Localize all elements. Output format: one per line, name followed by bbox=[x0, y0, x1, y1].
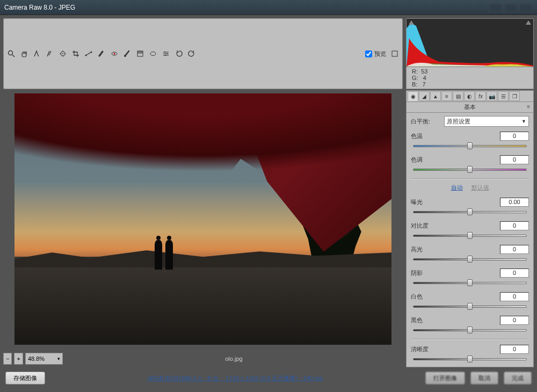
shadows-value[interactable]: 0 bbox=[500, 268, 529, 278]
svg-line-1 bbox=[12, 55, 14, 57]
contrast-label: 对比度 bbox=[411, 222, 441, 230]
svg-rect-15 bbox=[392, 51, 397, 56]
highlights-value[interactable]: 0 bbox=[500, 245, 529, 254]
highlight-clip-icon[interactable] bbox=[526, 20, 531, 25]
contrast-slider[interactable] bbox=[413, 233, 527, 238]
svg-point-8 bbox=[124, 55, 126, 57]
whites-label: 白色 bbox=[411, 293, 441, 301]
target-adjust-icon[interactable] bbox=[59, 49, 67, 58]
shadows-slider[interactable] bbox=[413, 280, 527, 285]
white-balance-icon[interactable] bbox=[33, 49, 41, 58]
tint-label: 色调 bbox=[411, 156, 441, 164]
svg-point-3 bbox=[62, 53, 63, 54]
prefs-icon[interactable] bbox=[162, 49, 170, 58]
histogram bbox=[406, 18, 534, 67]
rotate-cw-icon[interactable] bbox=[187, 49, 196, 58]
window-title: Camera Raw 8.0 - JPEG bbox=[4, 4, 75, 11]
open-button[interactable]: 打开图像 bbox=[425, 372, 465, 384]
exposure-label: 曝光 bbox=[411, 198, 441, 206]
tab-curve[interactable]: ◢ bbox=[419, 91, 430, 101]
straighten-icon[interactable] bbox=[84, 49, 93, 58]
titlebar: Camera Raw 8.0 - JPEG bbox=[0, 0, 537, 15]
tab-split[interactable]: ▤ bbox=[453, 91, 463, 101]
tab-snapshots[interactable]: ❐ bbox=[509, 91, 520, 101]
tab-fx[interactable]: fx bbox=[475, 91, 486, 101]
auto-link[interactable]: 自动 bbox=[451, 184, 463, 192]
chevron-down-icon: ▼ bbox=[521, 119, 526, 124]
blacks-slider[interactable] bbox=[413, 327, 527, 332]
wb-select[interactable]: 原照设置 ▼ bbox=[444, 116, 529, 127]
grad-filter-icon[interactable] bbox=[136, 49, 144, 58]
exposure-slider[interactable] bbox=[413, 209, 527, 214]
crop-icon[interactable] bbox=[71, 49, 80, 58]
image-preview[interactable] bbox=[3, 90, 403, 348]
preview-label: 预览 bbox=[374, 50, 386, 58]
svg-point-4 bbox=[85, 55, 87, 56]
tab-detail[interactable]: ▲ bbox=[430, 91, 441, 101]
hand-icon[interactable] bbox=[20, 49, 28, 58]
rgb-readout: R: 53 G: 4 B: 7 bbox=[406, 67, 534, 89]
preview-checkbox[interactable] bbox=[365, 50, 372, 57]
zoom-in-button[interactable]: + bbox=[14, 353, 23, 365]
zoom-out-button[interactable]: − bbox=[3, 353, 12, 365]
svg-point-12 bbox=[164, 52, 165, 53]
clarity-value[interactable]: 0 bbox=[500, 345, 529, 354]
svg-rect-10 bbox=[137, 51, 143, 54]
temp-value[interactable]: 0 bbox=[500, 132, 529, 141]
clarity-label: 清晰度 bbox=[411, 345, 441, 353]
red-eye-icon[interactable] bbox=[110, 49, 119, 58]
wb-label: 白平衡: bbox=[411, 118, 441, 126]
clarity-slider[interactable] bbox=[413, 356, 527, 361]
temp-label: 色温 bbox=[411, 132, 441, 140]
workflow-link[interactable]: sRGB IEC61966-2.1；8 位； 1716 x 1152 (2.0 … bbox=[45, 374, 425, 382]
highlights-label: 高光 bbox=[411, 245, 441, 253]
spot-removal-icon[interactable] bbox=[97, 49, 106, 58]
color-sampler-icon[interactable] bbox=[46, 49, 54, 58]
svg-point-13 bbox=[166, 53, 168, 54]
tab-presets[interactable]: ☰ bbox=[498, 91, 509, 101]
tint-slider[interactable] bbox=[413, 166, 527, 172]
panel-basic: 白平衡: 原照设置 ▼ 色温 0 色调 0 bbox=[406, 113, 534, 367]
tab-camera[interactable]: 📷 bbox=[487, 91, 497, 101]
contrast-value[interactable]: 0 bbox=[500, 221, 529, 230]
temp-slider[interactable] bbox=[413, 143, 527, 148]
preview-toggle[interactable]: 预览 bbox=[365, 50, 386, 58]
blacks-value[interactable]: 0 bbox=[500, 316, 529, 325]
zoom-value: 48.8% bbox=[28, 355, 45, 362]
panel-menu-icon[interactable]: ≡ bbox=[527, 104, 530, 110]
default-link[interactable]: 默认值 bbox=[471, 184, 489, 192]
blacks-label: 黑色 bbox=[411, 316, 441, 324]
svg-point-0 bbox=[9, 51, 13, 55]
panel-tabs: ◉ ◢ ▲ ≡ ▤ ◐ fx 📷 ☰ ❐ bbox=[406, 90, 534, 102]
filename-label: olo.jpg bbox=[65, 355, 403, 362]
shadows-label: 阴影 bbox=[411, 269, 441, 277]
toolbar: 预览 bbox=[3, 18, 403, 89]
zoom-select[interactable]: 48.8% ▾ bbox=[25, 353, 63, 365]
done-button[interactable]: 完成 bbox=[504, 372, 532, 384]
window-controls[interactable] bbox=[489, 3, 533, 12]
tab-lens[interactable]: ◐ bbox=[464, 91, 475, 101]
save-image-button[interactable]: 存储图像 bbox=[5, 372, 45, 384]
svg-point-7 bbox=[114, 53, 115, 55]
tab-basic[interactable]: ◉ bbox=[408, 91, 418, 101]
radial-filter-icon[interactable] bbox=[149, 49, 157, 58]
exposure-value[interactable]: 0.00 bbox=[500, 198, 529, 207]
cancel-button[interactable]: 取消 bbox=[470, 372, 498, 384]
rotate-ccw-icon[interactable] bbox=[175, 49, 183, 58]
fullscreen-icon[interactable] bbox=[390, 49, 399, 58]
whites-value[interactable]: 0 bbox=[500, 292, 529, 301]
tint-value[interactable]: 0 bbox=[500, 155, 529, 164]
tab-hsl[interactable]: ≡ bbox=[441, 91, 452, 101]
panel-title: 基本 ≡ bbox=[406, 102, 534, 113]
svg-point-14 bbox=[165, 55, 166, 56]
shadow-clip-icon[interactable] bbox=[409, 20, 414, 25]
whites-slider[interactable] bbox=[413, 303, 527, 309]
zoom-icon[interactable] bbox=[7, 49, 16, 58]
wb-value: 原照设置 bbox=[447, 118, 470, 126]
svg-point-5 bbox=[91, 52, 92, 53]
highlights-slider[interactable] bbox=[413, 256, 527, 262]
adjust-brush-icon[interactable] bbox=[123, 49, 132, 58]
svg-point-11 bbox=[150, 52, 156, 56]
